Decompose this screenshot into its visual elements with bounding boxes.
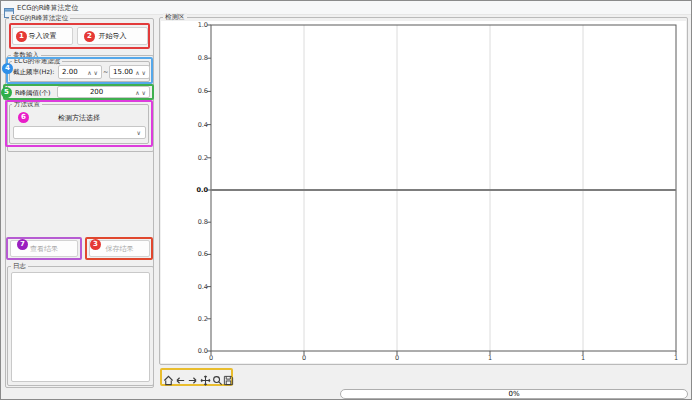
y-tick-label: 0.6 [190,87,208,96]
badge-6: 6 [18,112,29,123]
window-title: ECG的R峰算法定位 [17,3,79,13]
cutoff-low-spinbox[interactable]: 2.00 [58,65,102,79]
plot-axes [161,21,686,363]
spin-up-icon[interactable] [135,89,139,96]
badge-4: 4 [2,63,13,74]
spin-down-icon[interactable] [94,69,98,76]
save-results-label: 保存结果 [106,244,134,254]
annotation-box-method [5,100,153,147]
badge-7: 7 [17,239,28,250]
progress-text: 0% [508,390,519,398]
y-tick-label: 0.2 [190,154,208,163]
progress-bar: 0% [340,389,688,399]
detection-method-combobox[interactable] [13,126,146,139]
log-textarea[interactable] [11,272,150,382]
y-tick-label: 0.8 [190,218,208,227]
x-tick-label: 0 [203,354,219,363]
x-tick-label: 0 [389,354,405,363]
x-tick-label: 1 [482,354,498,363]
y-tick-label: 0.6 [190,250,208,259]
badge-2: 2 [84,31,95,42]
cutoff-frequency-label: 截止频率(Hz): [13,68,55,77]
rpeak-threshold-spinbox[interactable]: 200 [57,86,150,98]
view-results-label: 查看结果 [30,244,58,254]
y-tick-label: 1.0 [190,21,208,30]
forward-icon[interactable] [187,371,198,390]
start-import-label: 开始导入 [99,31,127,41]
range-separator: ~ [103,68,108,76]
save-icon[interactable] [223,371,234,390]
zoom-icon[interactable] [212,371,223,390]
back-icon[interactable] [175,371,186,390]
y-tick-label: 0.4 [190,283,208,292]
pan-icon[interactable] [200,371,211,390]
spin-up-icon[interactable] [135,69,139,76]
left-panel-group-title: ECG的R峰算法定位 [9,14,70,22]
cutoff-high-value: 15.00 [110,68,135,76]
spin-down-icon[interactable] [142,69,146,76]
badge-1: 1 [16,31,27,42]
x-tick-label: 1 [575,354,591,363]
cutoff-low-value: 2.00 [59,68,87,76]
import-settings-label: 导入设置 [29,31,57,41]
detection-area-group-title: 检测区 [163,13,187,21]
titlebar: ECG的R峰算法定位 [0,0,692,15]
badge-3: 3 [90,239,101,250]
rpeak-threshold-label: R峰阈值(个) [15,89,51,98]
spin-up-icon[interactable] [87,69,91,76]
y-tick-label-junction: 0.0 [190,186,208,195]
y-tick-label: 0.2 [190,315,208,324]
rpeak-threshold-value: 200 [58,88,135,96]
plot-canvas[interactable] [161,21,686,363]
x-tick-label: 1 [668,354,684,363]
chevron-down-icon [137,129,145,136]
home-icon[interactable] [163,371,174,390]
log-group-title: 日志 [11,262,28,270]
detection-method-label: 检测方法选择 [9,113,149,123]
y-tick-label: 0.8 [190,54,208,63]
cutoff-high-spinbox[interactable]: 15.00 [109,65,150,79]
badge-5: 5 [1,87,12,98]
x-tick-label: 0 [296,354,312,363]
y-tick-label: 0.4 [190,121,208,130]
spin-down-icon[interactable] [142,89,146,96]
